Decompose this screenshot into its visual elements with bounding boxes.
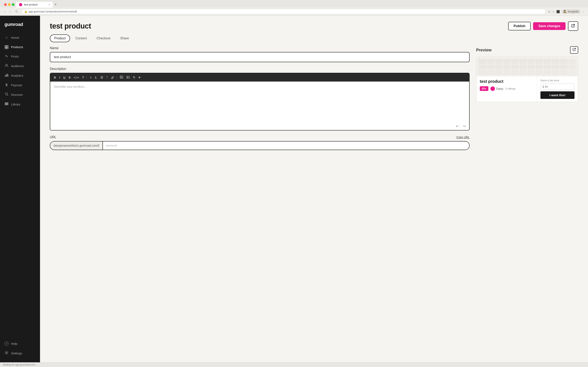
preview-card: test product £0+ Daisy 0 ratings — [476, 57, 578, 102]
sidebar-item-discover[interactable]: Discover — [0, 90, 40, 100]
rte-bold[interactable]: B — [53, 75, 57, 80]
tab-content[interactable]: Content — [71, 34, 91, 42]
description-section: Description B I U S </> T ≡ 1. ☰ — [50, 67, 470, 131]
sidebar-item-home[interactable]: ⌂ Home — [0, 33, 40, 42]
icon-placeholder — [503, 59, 511, 64]
name-input[interactable] — [50, 52, 470, 62]
icon-placeholder — [544, 70, 551, 75]
rte-blockquote[interactable]: " — [105, 75, 109, 80]
settings-icon — [4, 351, 9, 356]
preview-external-button[interactable] — [570, 46, 578, 54]
sidebar-item-analytics[interactable]: Analytics — [0, 71, 40, 80]
rte-undo[interactable]: ↩ — [454, 123, 460, 129]
sidebar-item-label: Audience — [11, 64, 24, 68]
library-icon — [4, 102, 9, 106]
bookmark-icon[interactable]: ☆ — [552, 10, 555, 13]
forward-button[interactable]: › — [8, 9, 12, 14]
cast-icon: ⊙ — [548, 10, 550, 13]
products-icon — [4, 45, 9, 49]
new-tab-button[interactable]: + — [53, 2, 58, 8]
svg-rect-1 — [7, 45, 8, 47]
svg-point-13 — [6, 352, 7, 353]
buy-button[interactable]: I want this! — [540, 91, 575, 99]
save-changes-button[interactable]: Save changes — [533, 22, 566, 30]
publish-button[interactable]: Publish — [508, 22, 531, 30]
tab-close-button[interactable]: × — [48, 3, 50, 6]
author-avatar — [490, 86, 495, 91]
menu-icon[interactable]: ⋮ — [582, 10, 585, 13]
rte-text-format[interactable]: T — [81, 75, 85, 80]
icon-placeholder — [527, 59, 535, 64]
sidebar-item-payouts[interactable]: $ Payouts — [0, 80, 40, 90]
extensions-icon[interactable]: ⬛ — [556, 10, 560, 13]
icon-placeholder — [503, 70, 511, 75]
rte-align[interactable]: ☰ — [99, 75, 104, 80]
rte-underline[interactable]: U — [62, 75, 67, 80]
external-link-button[interactable] — [568, 21, 578, 31]
icon-placeholder — [519, 59, 527, 64]
icon-placeholder — [495, 64, 502, 69]
url-suffix-input[interactable] — [103, 142, 469, 150]
rte-italic[interactable]: I — [58, 75, 61, 80]
reload-button[interactable]: ↻ — [14, 9, 19, 14]
icon-placeholder — [495, 70, 502, 75]
rte-ordered-list[interactable]: 1. — [94, 75, 99, 80]
sidebar-item-label: Posts — [11, 55, 19, 58]
rte-special[interactable]: ✶ — [137, 75, 142, 80]
copy-url-button[interactable]: Copy URL — [456, 136, 470, 139]
tab-product[interactable]: Product — [50, 34, 70, 42]
tab-checkout[interactable]: Checkout — [92, 34, 115, 42]
sidebar-item-library[interactable]: Library — [0, 100, 40, 109]
sidebar-item-help[interactable]: ? Help — [0, 339, 40, 348]
icon-placeholder — [511, 70, 519, 75]
preview-price-tag: £0+ — [480, 86, 488, 91]
rte-body[interactable]: Describe your product... — [50, 82, 469, 122]
url-label: URL — [50, 135, 56, 139]
svg-rect-7 — [7, 74, 8, 77]
sidebar-nav: ⌂ Home Products ✎ Posts — [0, 33, 40, 339]
traffic-light-green[interactable] — [12, 3, 15, 6]
browser-tab[interactable]: test product × — [16, 2, 53, 8]
sidebar-item-posts[interactable]: ✎ Posts — [0, 52, 40, 61]
rte-redo[interactable]: ↪ — [462, 123, 467, 129]
rte-code[interactable]: </> — [72, 75, 80, 80]
rte-embed[interactable] — [125, 75, 131, 80]
svg-rect-11 — [6, 102, 7, 105]
sidebar-item-label: Discover — [11, 93, 23, 96]
icon-placeholder — [552, 64, 559, 69]
description-label: Description — [50, 67, 470, 71]
tab-share[interactable]: Share — [116, 34, 134, 42]
rte-strikethrough[interactable]: S — [67, 75, 72, 80]
logo-text: gumroad — [4, 22, 23, 27]
rte-link[interactable] — [110, 75, 115, 80]
sidebar-item-products[interactable]: Products — [0, 42, 40, 52]
preview-ratings: 0 ratings — [505, 87, 516, 90]
status-bar: Waiting for app.gumroad.com... — [0, 362, 588, 367]
traffic-light-red[interactable] — [4, 3, 7, 6]
address-bar[interactable]: 🔒 app.gumroad.com/products/mmmmd/edit — [21, 9, 546, 14]
analytics-icon — [4, 73, 9, 78]
page-title: test product — [50, 22, 91, 30]
back-button[interactable]: ‹ — [3, 9, 6, 14]
sidebar-item-settings[interactable]: Settings — [0, 348, 40, 358]
sidebar-item-audience[interactable]: Audience — [0, 61, 40, 71]
lock-icon: 🔒 — [24, 10, 27, 13]
icon-placeholder — [479, 70, 486, 75]
name-section: Name — [50, 46, 470, 62]
rte-bullet-list[interactable]: ≡ — [89, 75, 93, 80]
price-input[interactable]: £ 0+ — [540, 83, 575, 90]
svg-point-9 — [5, 93, 8, 95]
incognito-label: Incognito — [568, 10, 579, 13]
icon-placeholder — [495, 59, 502, 64]
rte-placeholder: Describe your product... — [54, 85, 86, 88]
preview-product-name: test product — [480, 79, 534, 84]
rte-twitter[interactable]: 𝕏 — [132, 75, 136, 80]
svg-rect-2 — [5, 47, 6, 49]
url-section: URL Copy URL daisyjonasnutrition1.gumroa… — [50, 135, 470, 150]
sidebar-item-label: Help — [11, 342, 17, 345]
icon-placeholder — [487, 70, 494, 75]
svg-rect-10 — [5, 102, 6, 105]
icon-placeholder — [568, 64, 576, 69]
traffic-light-yellow[interactable] — [8, 3, 11, 6]
rte-image[interactable] — [119, 75, 124, 80]
